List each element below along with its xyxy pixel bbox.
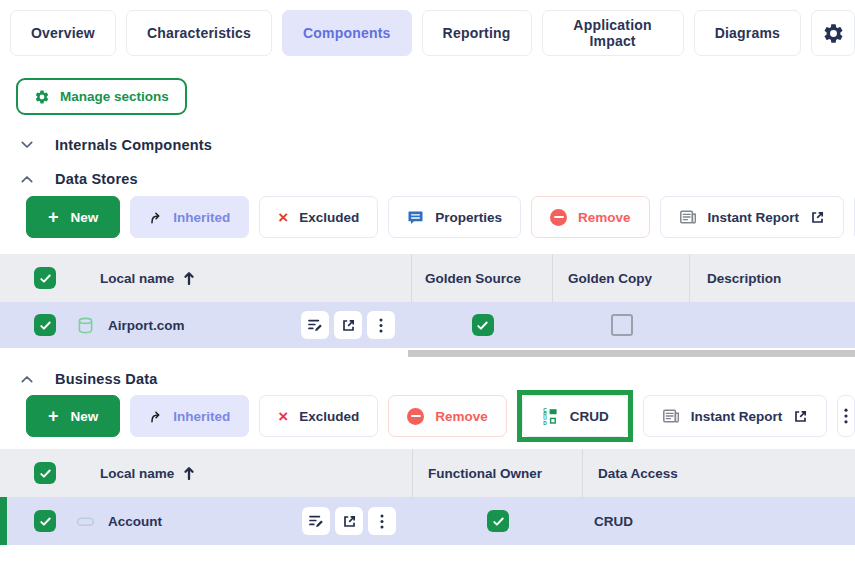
remove-button-label: Remove bbox=[578, 210, 631, 225]
plus-icon: + bbox=[48, 208, 59, 226]
crud-button-label: CRUD bbox=[570, 409, 609, 424]
inherited-arrow-icon bbox=[149, 410, 162, 423]
new-button-label: New bbox=[71, 210, 99, 225]
cell-golden-source bbox=[412, 314, 553, 336]
chevron-up-icon[interactable] bbox=[21, 175, 33, 183]
cell-golden-copy bbox=[553, 314, 690, 336]
new-button[interactable]: + New bbox=[26, 196, 120, 238]
instant-report-icon bbox=[679, 208, 697, 226]
remove-minus-icon bbox=[407, 408, 424, 425]
table-row-airport: Airport.com bbox=[0, 302, 855, 348]
header-cell-golden-source: Golden Source bbox=[412, 254, 553, 302]
sort-local-name[interactable]: Local name bbox=[100, 271, 194, 286]
pill-icon bbox=[75, 511, 96, 532]
section-title: Internals Components bbox=[55, 137, 212, 153]
section-internals-components: Internals Components bbox=[21, 137, 855, 153]
gear-icon bbox=[822, 22, 845, 45]
remove-button[interactable]: Remove bbox=[388, 395, 507, 437]
tab-bar: Overview Characteristics Components Repo… bbox=[0, 0, 855, 56]
properties-chat-icon bbox=[407, 209, 424, 226]
chevron-down-icon[interactable] bbox=[21, 141, 33, 149]
instant-report-button[interactable]: Instant Report bbox=[643, 395, 828, 437]
cell-local-name: Airport.com bbox=[0, 302, 412, 348]
row-checkbox[interactable] bbox=[34, 314, 56, 336]
manage-sections-label: Manage sections bbox=[60, 89, 169, 104]
data-stores-table-header: Local name Golden Source Golden Copy Des… bbox=[0, 254, 855, 302]
inherited-button[interactable]: Inherited bbox=[130, 395, 249, 437]
remove-button[interactable]: Remove bbox=[531, 196, 650, 238]
row-actions bbox=[302, 507, 396, 535]
business-data-toolbar: + New Inherited × Excluded Remove CRUD I… bbox=[26, 390, 855, 442]
excluded-button[interactable]: × Excluded bbox=[259, 395, 378, 437]
data-stores-toolbar: + New Inherited × Excluded Properties Re… bbox=[26, 196, 855, 238]
database-icon bbox=[75, 315, 96, 336]
row-actions bbox=[301, 311, 395, 339]
external-link-icon bbox=[793, 409, 808, 424]
column-label: Description bbox=[707, 271, 781, 286]
tab-diagrams[interactable]: Diagrams bbox=[694, 10, 801, 56]
column-label: Golden Copy bbox=[568, 271, 652, 286]
remove-button-label: Remove bbox=[435, 409, 488, 424]
open-external-icon[interactable] bbox=[334, 311, 362, 339]
instant-report-button[interactable]: Instant Report bbox=[660, 196, 845, 238]
excluded-button[interactable]: × Excluded bbox=[259, 196, 378, 238]
row-name: Account bbox=[108, 514, 162, 529]
tab-application-impact[interactable]: Application Impact bbox=[542, 10, 684, 56]
header-cell-local-name: Local name bbox=[0, 254, 412, 302]
edit-icon[interactable] bbox=[302, 507, 330, 535]
instant-report-button-label: Instant Report bbox=[691, 409, 783, 424]
sort-local-name[interactable]: Local name bbox=[100, 466, 194, 481]
components-page: Overview Characteristics Components Repo… bbox=[0, 0, 855, 545]
kebab-icon[interactable] bbox=[367, 311, 395, 339]
crud-button-highlight: CRUD bbox=[517, 390, 633, 442]
gear-icon bbox=[34, 89, 50, 105]
more-actions-button[interactable] bbox=[837, 395, 855, 437]
external-link-icon bbox=[810, 210, 825, 225]
open-external-icon[interactable] bbox=[335, 507, 363, 535]
remove-minus-icon bbox=[550, 209, 567, 226]
tab-components[interactable]: Components bbox=[282, 10, 412, 56]
inherited-button[interactable]: Inherited bbox=[130, 196, 249, 238]
header-cell-description: Description bbox=[690, 254, 855, 302]
row-checkbox[interactable] bbox=[34, 510, 56, 532]
inherited-button-label: Inherited bbox=[173, 210, 230, 225]
header-cell-data-access: Data Access bbox=[583, 449, 855, 497]
crud-icon bbox=[541, 407, 559, 425]
golden-source-checkbox[interactable] bbox=[472, 314, 494, 336]
select-all-checkbox[interactable] bbox=[34, 267, 56, 289]
inherited-arrow-icon bbox=[149, 211, 162, 224]
kebab-icon bbox=[844, 408, 848, 424]
instant-report-icon bbox=[662, 407, 680, 425]
column-label: Functional Owner bbox=[428, 466, 542, 481]
header-cell-golden-copy: Golden Copy bbox=[553, 254, 690, 302]
tab-overview[interactable]: Overview bbox=[10, 10, 116, 56]
edit-icon[interactable] bbox=[301, 311, 329, 339]
tab-characteristics[interactable]: Characteristics bbox=[126, 10, 272, 56]
crud-button[interactable]: CRUD bbox=[522, 395, 628, 437]
row-name: Airport.com bbox=[108, 318, 185, 333]
manage-sections-button[interactable]: Manage sections bbox=[16, 78, 187, 115]
kebab-icon[interactable] bbox=[368, 507, 396, 535]
golden-copy-checkbox[interactable] bbox=[611, 314, 633, 336]
horizontal-scrollbar[interactable] bbox=[408, 350, 855, 357]
instant-report-button-label: Instant Report bbox=[708, 210, 800, 225]
sort-asc-icon bbox=[184, 466, 194, 480]
tab-reporting[interactable]: Reporting bbox=[422, 10, 532, 56]
header-cell-functional-owner: Functional Owner bbox=[413, 449, 583, 497]
excluded-button-label: Excluded bbox=[299, 409, 359, 424]
properties-button[interactable]: Properties bbox=[388, 196, 521, 238]
plus-icon: + bbox=[48, 407, 59, 425]
cell-functional-owner bbox=[413, 510, 583, 532]
chevron-up-icon[interactable] bbox=[21, 375, 33, 383]
select-all-checkbox[interactable] bbox=[34, 462, 56, 484]
column-label: Data Access bbox=[598, 466, 678, 481]
new-button[interactable]: + New bbox=[26, 395, 120, 437]
properties-button-label: Properties bbox=[435, 210, 502, 225]
functional-owner-checkbox[interactable] bbox=[487, 510, 509, 532]
cell-local-name: Account bbox=[7, 497, 413, 545]
cell-data-access: CRUD bbox=[583, 514, 855, 529]
tab-settings-button[interactable] bbox=[811, 10, 855, 56]
section-title: Business Data bbox=[55, 371, 158, 387]
column-label: Golden Source bbox=[425, 271, 521, 286]
excluded-button-label: Excluded bbox=[299, 210, 359, 225]
